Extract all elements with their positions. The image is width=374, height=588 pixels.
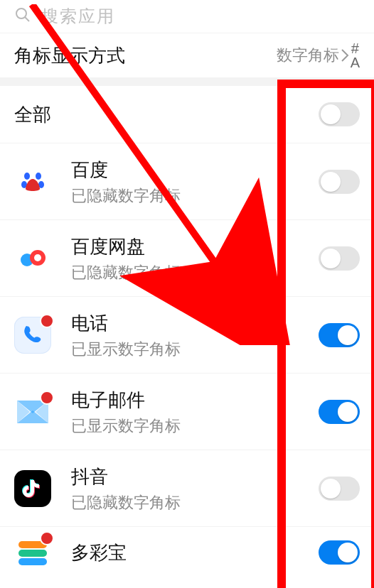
toggle-all[interactable] [319, 102, 360, 126]
svg-point-0 [16, 9, 26, 18]
toggle-baidu[interactable] [319, 170, 360, 194]
section-gap [0, 77, 374, 86]
svg-point-2 [24, 173, 30, 180]
app-title: 抖音 [71, 464, 319, 489]
badge-dot [40, 314, 54, 328]
search-icon [14, 6, 31, 26]
app-row-bdisk: 百度网盘 已隐藏数字角标 [0, 219, 374, 296]
toggle-phone[interactable] [319, 323, 360, 347]
search-placeholder: 搜索应用 [41, 5, 115, 28]
app-row-douyin: 抖音 已隐藏数字角标 [0, 450, 374, 526]
app-title: 电子邮件 [71, 388, 319, 412]
svg-point-3 [36, 173, 41, 180]
baidu-icon [14, 163, 51, 200]
master-label: 全部 [14, 102, 319, 126]
app-title: 百度 [71, 158, 319, 182]
app-row-phone: 电话 已显示数字角标 [0, 296, 374, 373]
duocaibao-icon [14, 534, 51, 571]
baidu-disk-icon [14, 240, 51, 277]
mail-icon [14, 393, 51, 430]
search-bar[interactable]: 搜索应用 [0, 0, 374, 33]
chevron-right-icon [341, 48, 349, 62]
index-hint: #A [351, 41, 360, 70]
douyin-icon [14, 470, 51, 507]
app-title: 电话 [71, 311, 319, 335]
app-sub: 已隐藏数字角标 [71, 493, 319, 513]
header-title: 角标显示方式 [14, 43, 125, 68]
app-title: 多彩宝 [71, 540, 319, 565]
svg-line-1 [25, 17, 29, 21]
toggle-douyin[interactable] [319, 477, 360, 501]
toggle-bdisk[interactable] [319, 246, 360, 271]
apps-list: 全部 百度 已隐藏数字角标 百度网盘 已隐藏数字角标 [0, 86, 374, 577]
app-sub: 已显示数字角标 [71, 416, 319, 436]
badge-dot [40, 531, 54, 545]
app-sub: 已隐藏数字角标 [71, 186, 319, 206]
svg-rect-10 [18, 550, 47, 557]
master-row-all: 全部 [0, 86, 374, 143]
svg-rect-11 [18, 558, 47, 565]
app-row-baidu: 百度 已隐藏数字角标 [0, 143, 374, 219]
badge-display-header[interactable]: 角标显示方式 数字角标 #A [0, 33, 374, 77]
toggle-duocaibao[interactable] [319, 540, 360, 565]
header-value: 数字角标 [277, 45, 339, 66]
app-row-duocaibao: 多彩宝 [0, 526, 374, 577]
app-row-mail: 电子邮件 已显示数字角标 [0, 373, 374, 450]
toggle-mail[interactable] [319, 400, 360, 424]
phone-icon [14, 317, 51, 354]
badge-dot [40, 391, 54, 405]
settings-screen: 搜索应用 角标显示方式 数字角标 #A 全部 百度 已隐藏数字 [0, 0, 374, 588]
app-sub: 已隐藏数字角标 [71, 263, 319, 283]
svg-point-8 [34, 254, 41, 261]
app-title: 百度网盘 [71, 234, 319, 258]
app-sub: 已显示数字角标 [71, 339, 319, 359]
